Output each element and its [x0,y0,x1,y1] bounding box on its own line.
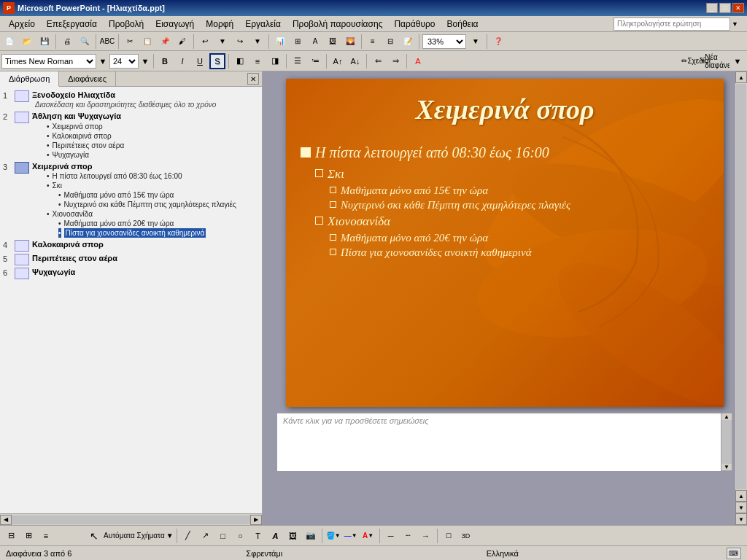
line-arrow[interactable]: ▼ [352,532,357,539]
textbox-tool[interactable]: T [250,528,266,544]
keyboard-icon: ⌨ [729,550,738,557]
redo-arrow[interactable]: ▼ [249,34,266,50]
rect-tool[interactable]: □ [215,528,231,544]
save-button[interactable]: 💾 [36,34,53,50]
menu-view[interactable]: Προβολή [103,18,150,31]
insert-wordart-button[interactable]: A [307,34,323,50]
help-button[interactable]: ❓ [490,34,506,50]
minimize-button[interactable]: _ [706,3,718,13]
wordart-tool[interactable]: A [268,528,284,544]
bullet-list-button[interactable]: ☰ [290,53,306,69]
underline-button[interactable]: U [192,53,208,69]
scroll-prev-slide[interactable]: ▲ [735,490,747,502]
scroll-down-button[interactable]: ▼ [735,513,747,525]
redo-button[interactable]: ↪ [232,34,248,50]
panel-close-button[interactable]: ✕ [247,73,259,85]
font-size-combo[interactable]: 24 [109,54,139,69]
decrease-indent-button[interactable]: ⇐ [370,53,386,69]
scroll-left-button[interactable]: ◀ [0,515,12,525]
undo-button[interactable]: ↩ [197,34,213,50]
menu-format[interactable]: Μορφή [200,18,239,31]
increase-indent-button[interactable]: ⇒ [387,53,403,69]
menu-edit[interactable]: Επεξεργασία [41,18,103,31]
scroll-up-button[interactable]: ▲ [735,71,747,83]
spell-button[interactable]: ABC [99,34,115,50]
format-painter-button[interactable]: 🖌 [174,34,190,50]
menu-insert[interactable]: Εισαγωγή [150,18,200,31]
fill-arrow[interactable]: ▼ [335,532,341,539]
bold-button[interactable]: B [157,53,173,69]
slide-view-outline[interactable]: ≡ [38,528,54,544]
notes-view-button[interactable]: 📝 [400,34,416,50]
zoom-combo[interactable]: 33% 50% 75% 100% [422,34,466,49]
tab-outline[interactable]: Διάρθρωση [0,71,59,87]
section-ski-label: Σκι [328,167,344,182]
scroll-right-button[interactable]: ▶ [250,515,262,525]
italic-button[interactable]: I [174,53,190,69]
arrow-style-button[interactable]: → [418,528,434,544]
tab-slides[interactable]: Διαφάνειες [59,71,116,86]
undo-arrow[interactable]: ▼ [214,34,231,50]
print-button[interactable]: 🖨 [59,34,75,50]
decrease-font-button[interactable]: A↓ [347,53,363,69]
align-right-button[interactable]: ◨ [267,53,283,69]
notes-scroll-down[interactable]: ▼ [721,464,732,470]
clipart-tool[interactable]: 🖼 [285,528,301,544]
shadow-button[interactable]: S [209,53,225,69]
shadow-style-button[interactable]: ☐ [441,528,457,544]
dash-style-button[interactable]: ╌ [400,528,417,544]
align-left-button[interactable]: ◧ [232,53,248,69]
open-button[interactable]: 📂 [19,34,35,50]
menu-window[interactable]: Παράθυρο [388,18,441,31]
slide-view-sorter[interactable]: ⊞ [20,528,36,544]
font-color-arrow[interactable]: ▼ [368,532,374,539]
close-button[interactable]: ✕ [732,3,744,13]
font-name-arrow[interactable]: ▼ [98,53,108,69]
font-name-combo[interactable]: Times New Roman [1,54,96,69]
font-size-arrow[interactable]: ▼ [140,53,150,69]
slide-view-normal[interactable]: ⊟ [3,528,19,544]
insert-clipart-button[interactable]: 🖼 [325,34,341,50]
search-input[interactable] [614,18,730,31]
number-list-button[interactable]: ≔ [307,53,323,69]
notes-panel[interactable]: Κάντε κλικ για να προσθέσετε σημειώσεις [277,413,721,471]
line-tool[interactable]: ╱ [180,528,196,544]
highlighted-text: Πίστα για χιονοσανίδες ανοικτή καθημεριν… [64,228,206,238]
cursor-tool[interactable]: ↖ [86,528,102,544]
scroll-next-slide[interactable]: ▼ [735,502,747,513]
zoom-arrow[interactable]: ▼ [468,34,484,50]
ellipse-tool[interactable]: ○ [233,528,249,544]
paste-button[interactable]: 📌 [157,34,173,50]
new-button[interactable]: 📄 [1,34,18,50]
align-center-button[interactable]: ≡ [249,53,266,69]
outline-view-button[interactable]: ≡ [365,34,381,50]
font-color-button2[interactable]: A ▼ [360,528,376,544]
new-slide-arrow[interactable]: ▼ [729,53,746,69]
list-item: •Νυχτερινό σκι κάθε Πέμπτη στις χαμηλότε… [58,200,259,209]
3d-style-button[interactable]: 3D [458,528,474,544]
font-color-button[interactable]: A [410,53,426,69]
autoshapes-dropdown[interactable]: Αυτόματα Σχήματα ▼ [104,532,174,540]
search-arrow[interactable]: ▼ [732,20,738,28]
menu-slideshow[interactable]: Προβολή παρουσίασης [287,18,389,31]
insert-picture-button[interactable]: 🌄 [342,34,358,50]
fill-color-button[interactable]: 🪣 ▼ [325,528,341,544]
picture-tool[interactable]: 📷 [303,528,319,544]
arrow-tool[interactable]: ↗ [198,528,214,544]
line-color-button[interactable]: — ▼ [343,528,359,544]
slide-view-button[interactable]: ⊟ [382,34,398,50]
increase-font-button[interactable]: A↑ [330,53,346,69]
insert-table-button[interactable]: ⊞ [290,34,306,50]
line-style-button[interactable]: ─ [383,528,399,544]
menu-tools[interactable]: Εργαλεία [239,18,287,31]
maximize-button[interactable]: □ [719,3,731,13]
cut-button[interactable]: ✂ [122,34,138,50]
copy-button[interactable]: 📋 [139,34,155,50]
print-preview-button[interactable]: 🔍 [77,34,93,50]
insert-chart-button[interactable]: 📊 [272,34,288,50]
menu-file[interactable]: Αρχείο [3,18,41,31]
notes-scroll-up[interactable]: ▲ [721,413,732,420]
slide-canvas[interactable]: Χειμερινά σπορ Η πίστα λειτουργεί από 08… [286,79,724,407]
new-slide-button[interactable]: + Νέα διαφάνεια [711,53,727,69]
menu-help[interactable]: Βοήθεια [441,18,484,31]
